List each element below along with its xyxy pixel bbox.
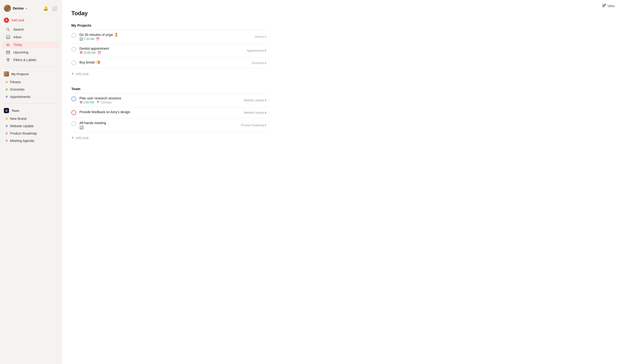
task-meta-dentist: 📅 10:00 AM ⏰ [79,51,266,54]
team-task-section: Team Plan user research sessions 📅 2:00 … [71,87,266,143]
appointments-hash-icon: # [6,95,8,99]
team-section-header: d Team [0,106,62,115]
task-name-yoga: Do 30 minutes of yoga 🧘 [79,33,266,37]
task-checkbox-research[interactable] [71,97,76,101]
add-task-plus-icon: + [71,71,74,76]
upcoming-icon [6,51,10,54]
allhands-project-hash: # [265,124,266,127]
sidebar-item-search[interactable]: Search [2,26,60,33]
calendar-icon: 📅 [79,51,83,54]
fitness-hash-icon: # [6,80,8,84]
yoga-project: Fitness # [255,35,266,39]
svg-rect-2 [6,35,10,39]
task-name-dentist: Dentist appointment [79,47,266,51]
sidebar-item-filters[interactable]: Filters & Labels [2,56,60,63]
task-name-feedback: Provide feedback on Amy's design [79,110,266,114]
yoga-alarm-icon: ⏰ [96,37,100,41]
sidebar-item-appointments[interactable]: # Appointments [2,93,60,100]
svg-rect-9 [9,52,9,53]
fitness-label: Fitness [10,80,21,84]
sidebar-item-inbox-label: Inbox [13,35,21,39]
layout-icon: ⬜ [52,6,57,11]
sidebar: Denise ▾ 🔔 ⬜ + Add task Search [0,0,62,364]
task-body-feedback: Provide feedback on Amy's design [79,110,266,115]
appointments-label: Appointments [10,95,30,99]
team-label: Team [11,109,19,112]
location-icon: 📍 [96,101,100,104]
add-task-team-label: Add task [76,136,89,140]
allhands-project: Product Roadmap # [241,124,266,127]
task-body-dentist: Dentist appointment 📅 10:00 AM ⏰ [79,47,266,54]
view-button[interactable]: View [602,4,615,8]
task-body-allhands: All-hands meeting 🔄 [79,121,266,129]
task-meta-yoga: 🔄 7:30 AM ⏰ [79,37,266,41]
task-body-research: Plan user research sessions 📅 2:00 PM 📍 … [79,96,266,104]
task-checkbox-yoga[interactable] [71,33,76,38]
page-title: Today [71,10,266,17]
table-row: Provide feedback on Amy's design Website… [71,107,266,118]
add-task-icon: + [4,18,9,23]
new-brand-label: New Brand [10,117,26,121]
research-calendar-icon: 📅 [79,101,83,104]
my-projects-label: My Projects [11,72,29,76]
sidebar-item-new-brand[interactable]: # New Brand [2,115,60,122]
meeting-agenda-label: Meeting Agenda [10,139,34,143]
task-body-bread: Buy bread 🍞 [79,60,266,65]
sidebar-item-filters-label: Filters & Labels [13,58,36,62]
task-checkbox-dentist[interactable] [71,47,76,52]
sidebar-item-search-label: Search [13,27,24,31]
product-roadmap-hash-icon: # [6,131,8,135]
search-icon [6,27,10,31]
sidebar-item-upcoming-label: Upcoming [13,51,28,54]
team-section-title: Team [71,87,266,93]
svg-rect-7 [7,52,8,53]
meeting-agenda-hash-icon: # [6,139,8,143]
research-project: Website Update # [244,99,266,102]
sidebar-item-groceries[interactable]: # Groceries [2,86,60,93]
svg-rect-8 [8,52,8,53]
filters-icon [6,58,10,62]
bell-icon: 🔔 [43,6,48,11]
svg-rect-12 [7,61,9,62]
svg-rect-10 [6,58,10,59]
chevron-down-icon: ▾ [26,7,27,10]
yoga-project-hash: # [265,35,266,39]
feedback-project-hash: # [265,111,266,114]
sidebar-item-meeting-agenda[interactable]: # Meeting Agenda [2,137,60,144]
sidebar-item-inbox[interactable]: Inbox [2,33,60,41]
view-filter-icon [602,4,606,8]
svg-line-1 [9,30,9,31]
yoga-emoji: 🧘 [114,33,118,37]
my-projects-task-section: My Projects Do 30 minutes of yoga 🧘 🔄 7:… [71,23,266,79]
dentist-alarm-icon: ⏰ [98,51,101,54]
task-body-yoga: Do 30 minutes of yoga 🧘 🔄 7:30 AM ⏰ [79,33,266,41]
avatar [4,5,11,12]
new-brand-hash-icon: # [6,116,8,121]
user-name: Denise [13,6,24,10]
sidebar-item-website-update[interactable]: # Website Update [2,122,60,129]
sidebar-item-product-roadmap[interactable]: # Product Roadmap [2,130,60,137]
task-checkbox-bread[interactable] [71,61,76,65]
team-avatar: d [4,108,9,113]
sidebar-item-upcoming[interactable]: Upcoming [2,49,60,56]
task-checkbox-feedback[interactable] [71,110,76,115]
task-checkbox-allhands[interactable] [71,121,76,126]
table-row: Plan user research sessions 📅 2:00 PM 📍 … [71,93,266,107]
add-task-my-projects-button[interactable]: + Add task [71,69,266,79]
groceries-hash-icon: # [6,87,8,91]
add-task-team-button[interactable]: + Add task [71,132,266,143]
layout-toggle-button[interactable]: ⬜ [52,5,58,11]
sidebar-item-fitness[interactable]: # Fitness [2,78,60,85]
feedback-project: Website Update # [244,111,266,114]
header-icons: 🔔 ⬜ [43,5,58,11]
add-task-button[interactable]: + Add task [0,16,62,25]
sidebar-item-today-label: Today [13,43,22,47]
bread-project: Groceries # [252,61,266,65]
notifications-button[interactable]: 🔔 [43,5,49,11]
user-profile[interactable]: Denise ▾ [4,5,27,12]
add-task-team-plus-icon: + [71,135,74,140]
today-icon: 21 [6,43,10,47]
website-update-label: Website Update [10,124,33,128]
sidebar-item-today[interactable]: 21 Today [2,41,60,48]
table-row: Dentist appointment 📅 10:00 AM ⏰ Appoint… [71,44,266,57]
